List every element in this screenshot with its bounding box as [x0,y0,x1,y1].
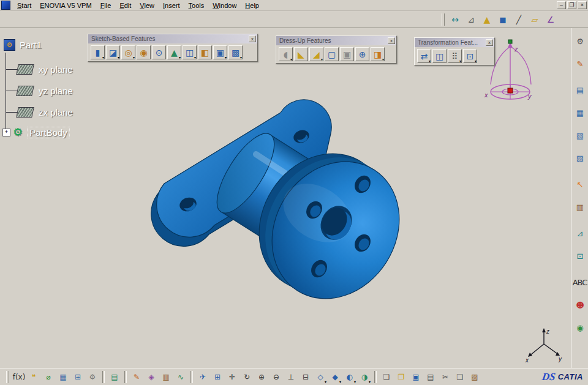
zoom-in-icon[interactable]: ⊕ [255,370,268,384]
flyout-arrow-icon[interactable]: ▾ [240,56,242,59]
toolbar-titlebar[interactable]: Sketch-Based Features x [88,34,257,43]
tree-item-zx-plane[interactable]: zx plane [39,107,73,118]
normal-view-icon[interactable]: ⊥ [284,370,298,384]
stiffener-icon[interactable]: ◧ [198,45,212,59]
toolbar-grip[interactable] [6,371,9,383]
line-icon[interactable]: ╱ [511,12,526,27]
constraints-icon[interactable]: ⌀ [42,370,55,384]
flyout-arrow-icon[interactable]: ▾ [133,56,135,59]
flyout-arrow-icon[interactable]: ▾ [382,58,384,61]
edge-fillet-icon[interactable]: ◖ ▾ [279,47,293,61]
flyout-arrow-icon[interactable]: ▾ [118,56,119,59]
shell-icon[interactable]: ▢ [325,47,339,61]
rotate-icon[interactable]: ↻ [240,370,254,384]
plane-icon[interactable] [16,86,34,96]
close-icon[interactable]: x [388,37,395,44]
menu-item-enovia-v5-vpm[interactable]: ENOVIA V5 VPM [36,1,96,10]
freestyle-icon[interactable]: ∿ [174,370,187,384]
menu-item-insert[interactable]: Insert [159,1,184,10]
close-icon[interactable]: x [249,36,256,42]
chamfer-icon[interactable]: ◣ [294,47,308,61]
menu-item-view[interactable]: View [135,1,159,10]
sketch-based-features-toolbar[interactable]: Sketch-Based Features x ▮ ▾ ◪ ▾ [88,34,258,62]
checks-icon[interactable]: ▨ [573,151,587,166]
measure-item-icon[interactable]: ⊡ [573,249,587,264]
paint-brush-icon[interactable]: ✎ [573,57,587,72]
formula-icon[interactable]: ▤ [573,83,587,98]
flyout-arrow-icon[interactable]: ▾ [429,59,431,63]
remove-face-icon[interactable]: ◨ ▾ [371,47,385,61]
plane-icon[interactable] [16,64,34,75]
fly-mode-icon[interactable]: ✈ [196,370,209,384]
fit-all-in-icon[interactable]: ⊞ [211,370,224,384]
minimize-button[interactable]: – [557,1,566,9]
part-icon[interactable]: ⚙ [4,39,15,51]
flyout-arrow-icon[interactable]: ▾ [339,380,341,384]
menu-item-tools[interactable]: Tools [184,1,209,10]
hide-show-icon[interactable]: ◐ ▾ [343,370,356,384]
flyout-arrow-icon[interactable]: ▾ [321,58,323,61]
toolbar-grip[interactable] [442,13,445,26]
measure-inertia-icon[interactable]: ▲ [480,12,494,27]
tree-item-yz-plane[interactable]: yz plane [39,86,73,96]
select-arrow-icon[interactable]: ↖ [573,178,587,192]
menu-item-start[interactable]: Start [13,1,36,10]
thread-tap-icon[interactable]: ⊕ [355,47,369,61]
toolbar-titlebar[interactable]: Dress-Up Features x [276,36,396,45]
partbody-icon[interactable]: ⚙ [13,127,23,138]
knowledge-gear-icon[interactable]: ⚙ [86,370,99,384]
scaling-icon[interactable]: ⊡ ▾ [463,49,477,63]
dress-up-features-toolbar[interactable]: Dress-Up Features x ◖ ▾ ◣ ◢ [276,36,397,64]
close-icon[interactable]: x [486,39,493,46]
design-table-icon[interactable]: ▦ [56,370,70,384]
plane-icon[interactable]: ▱ [527,12,542,27]
groove-icon[interactable]: ◉ [137,45,151,59]
menu-item-file[interactable]: File [96,1,116,10]
menu-item-window[interactable]: Window [208,1,241,10]
flyout-arrow-icon[interactable]: ▾ [194,56,196,59]
render-style-icon[interactable]: ◆ ▾ [328,370,342,384]
quick-print-icon[interactable]: ▤ [108,370,121,384]
create-multi-view-icon[interactable]: ⊟ [299,370,312,384]
rectangular-pattern-icon[interactable]: ⠿ ▾ [448,49,462,63]
annotations-icon[interactable]: ABC [573,275,587,290]
cut-icon[interactable]: ✂ [439,370,452,384]
transformation-features-toolbar[interactable]: Transformation Feat... x ⇄ ▾ ◫ [414,37,495,65]
save-icon[interactable]: ▣ [409,370,423,384]
rib-icon[interactable]: ▲ ▾ [167,45,181,59]
tree-expander[interactable]: + [2,129,10,136]
thickness-icon[interactable]: ▣ [340,47,354,61]
compass-rotation-handle[interactable] [508,40,512,43]
measure-between-icon[interactable]: ⊿ [573,226,587,241]
flyout-arrow-icon[interactable]: ▾ [459,59,461,63]
measure-item-icon[interactable]: ⊿ [464,12,478,27]
flyout-arrow-icon[interactable]: ▾ [179,56,181,59]
flyout-arrow-icon[interactable]: ▾ [369,380,371,384]
comment-icon[interactable]: ❝ [27,370,40,384]
viewport-3d[interactable]: ⚙ Part1 xy plane yz plane [0,28,571,368]
translation-icon[interactable]: ⇄ ▾ [417,49,431,63]
catalog-icon[interactable]: ▥ [159,370,173,384]
paint-icon[interactable]: ✎ [130,370,143,384]
multi-sections-solid-icon[interactable]: ▣ ▾ [213,45,227,59]
formula-icon[interactable]: f(x) [12,370,26,384]
zoom-out-icon[interactable]: ⊖ [270,370,283,384]
toolbar-titlebar[interactable]: Transformation Feat... x [415,38,494,47]
menu-item-edit[interactable]: Edit [115,1,135,10]
flyout-arrow-icon[interactable]: ▾ [102,56,104,59]
update-icon[interactable]: ⚙ [573,34,587,49]
pan-icon[interactable]: ✛ [225,370,239,384]
flyout-arrow-icon[interactable]: ▾ [290,58,292,61]
flyout-arrow-icon[interactable]: ▾ [354,380,356,384]
body-icon[interactable]: ◼ [496,12,510,27]
menu-item-help[interactable]: Help [241,1,263,10]
sketch-tracer-icon[interactable]: ◈ [145,370,158,384]
plane-icon[interactable] [16,107,34,118]
design-table-icon[interactable]: ▦ [573,106,587,121]
pocket-icon[interactable]: ◪ ▾ [106,45,120,59]
app-icon[interactable] [1,1,10,10]
close-button[interactable]: × [578,1,587,9]
iso-view-icon[interactable]: ◇ ▾ [314,370,327,384]
print-icon[interactable]: ▤ [424,370,437,384]
mirror-icon[interactable]: ◫ [432,49,447,63]
